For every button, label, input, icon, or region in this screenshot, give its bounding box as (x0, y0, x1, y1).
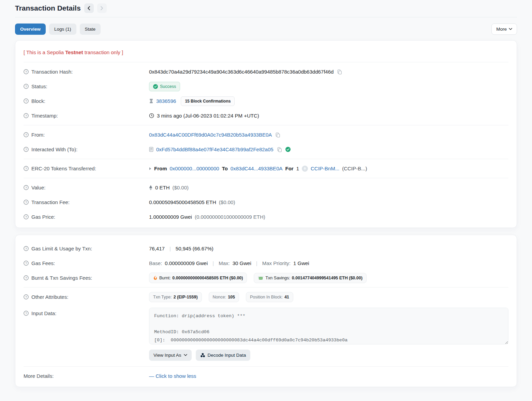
erc20-transfers-label: ERC-20 Tokens Transferred: (31, 166, 96, 171)
help-icon[interactable]: ? (24, 275, 29, 280)
contract-icon (149, 147, 153, 152)
next-transaction-button[interactable] (97, 3, 107, 13)
position-in-block-chip: Position In Block: 41 (246, 292, 293, 302)
block-number-link[interactable]: 3836596 (156, 98, 176, 104)
burnt-fee-label: Burnt: (159, 276, 171, 280)
gas-price-label: Gas Price: (31, 214, 55, 220)
svg-text:?: ? (25, 201, 27, 204)
help-icon[interactable]: ? (24, 214, 29, 219)
help-icon[interactable]: ? (24, 294, 29, 299)
help-icon[interactable]: ? (24, 185, 29, 190)
show-less-link[interactable]: — Click to show less (149, 373, 196, 379)
gas-limit-label: Gas Limit & Usage by Txn: (31, 246, 92, 251)
divider (24, 125, 508, 125)
help-icon[interactable]: ? (24, 84, 29, 89)
prev-transaction-button[interactable] (84, 3, 94, 13)
erc20-to-address-link[interactable]: 0x83dC44...4933BE0A (231, 166, 283, 171)
status-row: ? Status: Success (24, 79, 508, 94)
token-name-link[interactable]: CCIP-BnM... (311, 166, 339, 171)
tab-overview[interactable]: Overview (15, 24, 46, 35)
decode-icon (200, 353, 205, 358)
copy-icon (277, 147, 282, 152)
max-fee-value: 30 Gwei (233, 260, 251, 266)
help-icon[interactable]: ? (24, 113, 29, 118)
timestamp-row: ? Timestamp: 3 mins ago (Jul-06-2023 01:… (24, 108, 508, 123)
copy-to-address-button[interactable] (276, 147, 283, 152)
help-icon[interactable]: ? (24, 69, 29, 74)
pipe-separator: | (210, 260, 216, 266)
interacted-with-row: ? Interacted With (To): 0xFd57b4ddBf88a4… (24, 142, 508, 157)
transaction-fee-amount: 0.000050945000458505 ETH (149, 199, 216, 205)
other-attributes-label: Other Attributes: (31, 294, 68, 300)
testnet-notice-bold: Testnet (65, 49, 83, 55)
view-input-as-button[interactable]: View Input As (149, 350, 192, 361)
erc20-from-address-link[interactable]: 0x000000...00000000 (170, 166, 219, 171)
page-header: Transaction Details (15, 0, 517, 17)
copy-icon (275, 132, 280, 138)
overview-card: [ This is a Sepolia Testnet transaction … (15, 40, 517, 228)
txn-type-label: Txn Type: (153, 295, 172, 299)
status-label: Status: (31, 83, 47, 89)
gas-price-amount: 1.000000009 Gwei (149, 214, 192, 220)
help-icon[interactable]: ? (24, 311, 29, 316)
chevron-left-icon (87, 6, 90, 10)
help-icon[interactable]: ? (24, 246, 29, 251)
svg-text:?: ? (25, 247, 27, 250)
input-data-actions: View Input As Decode Input Data (149, 350, 508, 361)
max-priority-value: 1 Gwei (293, 260, 309, 266)
from-address-link[interactable]: 0x83dC44a4C00DFf69d0A0c7c94B20b53a4933BE… (149, 132, 272, 138)
value-amount: 0 ETH (155, 185, 170, 190)
help-icon[interactable]: ? (24, 261, 29, 266)
transaction-fee-usd: ($0.00) (219, 199, 235, 205)
testnet-notice: [ This is a Sepolia Testnet transaction … (24, 44, 508, 60)
input-data-row: ? Input Data: Function: drip(address tok… (24, 304, 508, 361)
caret-right-icon (149, 167, 151, 170)
more-menu-button[interactable]: More (491, 24, 517, 35)
pipe-separator: | (167, 246, 173, 251)
testnet-notice-suffix: transaction only ] (83, 49, 123, 55)
base-fee-value: 0.000000009 Gwei (165, 260, 208, 266)
more-details-label: More Details: (24, 373, 54, 379)
help-icon[interactable]: ? (24, 147, 29, 152)
copy-hash-button[interactable] (336, 69, 343, 75)
gas-used-value: 50,945 (66.67%) (176, 246, 213, 251)
svg-text:?: ? (25, 312, 27, 315)
status-value: Success (160, 84, 176, 89)
tab-state[interactable]: State (80, 24, 101, 35)
block-confirmations-badge: 15 Block Confirmations (181, 96, 235, 106)
svg-text:?: ? (25, 262, 27, 265)
max-fee-label: Max: (219, 260, 230, 266)
value-usd: ($0.00) (173, 185, 189, 190)
txn-savings-chip: Txn Savings: 0.001477404999541495 ETH ($… (254, 273, 366, 283)
svg-text:?: ? (25, 114, 27, 118)
gas-price-eth: (0.000000001000000009 ETH) (195, 214, 265, 220)
help-icon[interactable]: ? (24, 98, 29, 104)
page-title: Transaction Details (15, 4, 81, 12)
block-row: ? Block: 3836596 15 Block Confirmations (24, 94, 508, 108)
svg-text:?: ? (25, 85, 27, 88)
divider (24, 287, 508, 288)
burnt-savings-row: ? Burnt & Txn Savings Fees: Burnt: 0.000… (24, 271, 508, 285)
to-address-link[interactable]: 0xFd57b4ddBf88a4e07fF4e34C487b99af2Fe82a… (156, 146, 274, 152)
tab-logs[interactable]: Logs (1) (49, 24, 76, 35)
nonce-value: 105 (228, 295, 235, 299)
testnet-notice-prefix: [ This is a Sepolia (24, 49, 65, 55)
status-badge: Success (149, 82, 180, 91)
tab-bar: Overview Logs (1) State More (15, 17, 517, 40)
clock-icon (149, 113, 154, 118)
svg-text:?: ? (25, 215, 27, 219)
copy-from-address-button[interactable] (275, 132, 281, 138)
transaction-fee-label: Transaction Fee: (31, 199, 70, 205)
erc20-for-word: For (285, 166, 293, 171)
decode-input-data-button[interactable]: Decode Input Data (196, 350, 251, 361)
erc20-from-word: From (154, 166, 167, 171)
help-icon[interactable]: ? (24, 166, 29, 171)
input-data-textarea[interactable]: Function: drip(address token) *** Method… (149, 308, 508, 344)
help-icon[interactable]: ? (24, 200, 29, 205)
pipe-separator: | (254, 260, 260, 266)
svg-text:?: ? (25, 276, 27, 280)
help-icon[interactable]: ? (24, 132, 29, 137)
burnt-savings-label: Burnt & Txn Savings Fees: (31, 275, 92, 281)
view-input-as-label: View Input As (153, 353, 181, 358)
check-circle-icon (153, 84, 158, 89)
